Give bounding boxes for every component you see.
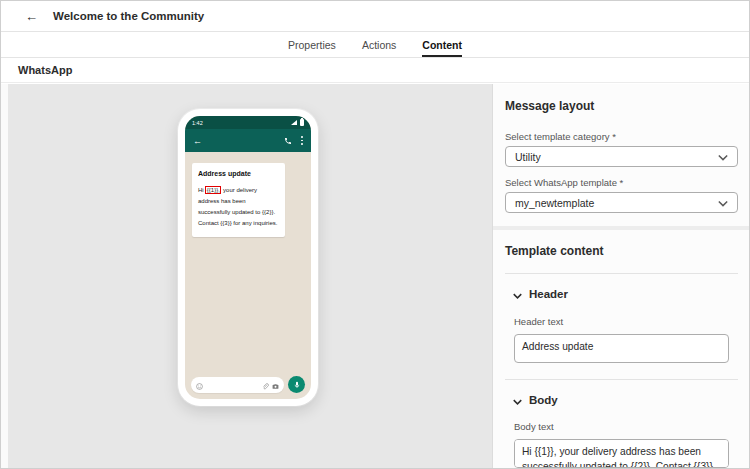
message-preview-area: 1:42 ← Address update xyxy=(1,84,492,468)
bubble-header-text: Address update xyxy=(198,170,279,177)
divider xyxy=(505,379,738,380)
attach-icon[interactable] xyxy=(262,376,269,394)
main-area: 1:42 ← Address update xyxy=(1,84,749,468)
chat-text-input[interactable] xyxy=(191,377,284,393)
template-category-value: Utility xyxy=(515,151,541,163)
whatsapp-appbar: ← xyxy=(185,129,311,152)
tab-properties[interactable]: Properties xyxy=(288,32,336,57)
whatsapp-template-value: my_newtemplate xyxy=(515,197,594,209)
template-category-label: Select template category * xyxy=(505,131,738,142)
body-section-title: Body xyxy=(529,394,558,406)
phone-call-icon[interactable] xyxy=(284,137,292,145)
emoji-icon[interactable] xyxy=(196,376,203,394)
battery-icon xyxy=(300,119,304,126)
body-section-toggle[interactable]: Body xyxy=(513,391,738,409)
header-text-input[interactable]: Address update xyxy=(514,334,729,363)
chat-input-row xyxy=(191,376,305,393)
config-panel: Message layout Select template category … xyxy=(492,84,749,468)
bubble-body-text: Hi {{1}}, your delivery address has been… xyxy=(198,185,279,229)
tab-content[interactable]: Content xyxy=(422,32,462,57)
camera-icon[interactable] xyxy=(272,376,279,394)
message-bubble: Address update Hi {{1}}, your delivery a… xyxy=(192,163,285,237)
whatsapp-back-icon[interactable]: ← xyxy=(193,136,202,146)
chevron-down-icon xyxy=(513,285,522,303)
template-content-heading: Template content xyxy=(505,244,738,258)
channel-bar: WhatsApp xyxy=(1,58,749,83)
whatsapp-template-select[interactable]: my_newtemplate xyxy=(505,192,738,213)
template-category-select[interactable]: Utility xyxy=(505,146,738,167)
body-text-input[interactable]: Hi {{1}}, your delivery address has been… xyxy=(514,439,729,468)
variable-highlight-box: {{1}}, xyxy=(205,186,221,194)
whatsapp-template-label: Select WhatsApp template * xyxy=(505,177,738,188)
back-icon[interactable]: ← xyxy=(25,9,38,24)
chevron-down-icon xyxy=(718,151,728,163)
signal-icon xyxy=(291,120,297,125)
status-time: 1:42 xyxy=(192,120,203,126)
chevron-down-icon xyxy=(718,197,728,209)
channel-label: WhatsApp xyxy=(18,64,72,76)
header-section-title: Header xyxy=(529,288,568,300)
mic-button[interactable] xyxy=(288,376,305,393)
section-separator xyxy=(493,226,749,230)
chevron-down-icon xyxy=(513,391,522,409)
divider xyxy=(505,273,738,274)
phone-statusbar: 1:42 xyxy=(185,116,311,129)
phone-screen: 1:42 ← Address update xyxy=(185,116,311,399)
header-section-toggle[interactable]: Header xyxy=(513,285,738,303)
message-layout-heading: Message layout xyxy=(505,99,738,113)
chat-area: Address update Hi {{1}}, your delivery a… xyxy=(185,152,311,399)
tab-actions[interactable]: Actions xyxy=(362,32,396,57)
page-title: Welcome to the Community xyxy=(53,10,204,22)
header-text-label: Header text xyxy=(514,316,738,327)
phone-mockup: 1:42 ← Address update xyxy=(178,109,318,406)
body-text-label: Body text xyxy=(514,421,738,432)
top-header: ← Welcome to the Community xyxy=(1,1,749,31)
tab-bar: Properties Actions Content xyxy=(1,31,749,58)
overflow-menu-icon[interactable] xyxy=(301,136,303,144)
